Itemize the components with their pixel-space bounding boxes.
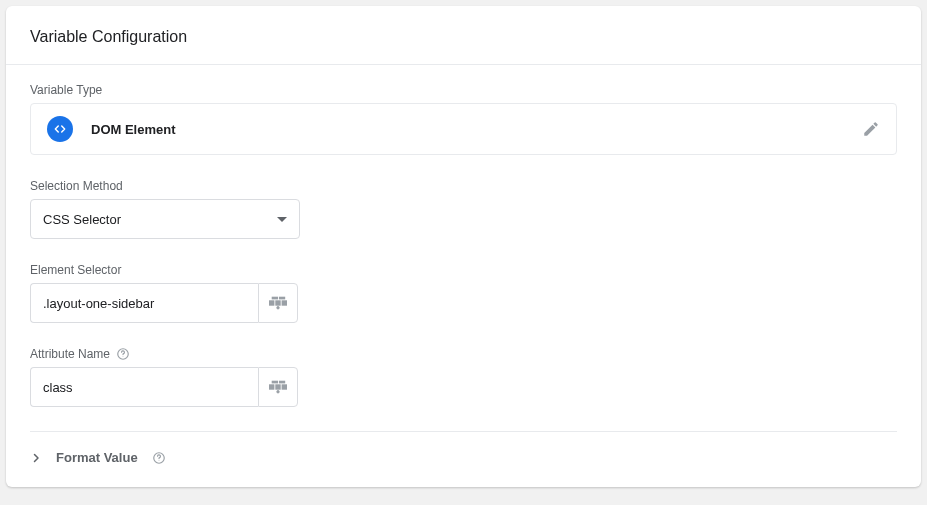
caret-down-icon [277, 217, 287, 222]
element-selector-label: Element Selector [30, 263, 897, 277]
variable-configuration-card: Variable Configuration Variable Type DOM… [6, 6, 921, 487]
svg-rect-13 [279, 381, 285, 384]
selection-method-value: CSS Selector [43, 212, 121, 227]
svg-point-8 [123, 356, 124, 357]
svg-rect-4 [279, 297, 285, 300]
svg-rect-11 [282, 384, 287, 389]
format-value-label: Format Value [56, 450, 138, 465]
svg-rect-1 [275, 300, 280, 305]
variable-type-name: DOM Element [91, 122, 862, 137]
brick-plus-icon [269, 296, 287, 310]
variable-type-label: Variable Type [30, 83, 897, 97]
help-icon[interactable] [116, 347, 130, 361]
card-title: Variable Configuration [30, 28, 897, 46]
svg-rect-3 [272, 297, 278, 300]
svg-point-17 [158, 460, 159, 461]
selection-method-label: Selection Method [30, 179, 897, 193]
brick-plus-icon [269, 380, 287, 394]
svg-rect-12 [272, 381, 278, 384]
attribute-name-label-text: Attribute Name [30, 347, 110, 361]
pencil-icon[interactable] [862, 120, 880, 138]
format-value-expander[interactable]: Format Value [6, 432, 921, 487]
selection-method-select[interactable]: CSS Selector [30, 199, 300, 239]
svg-rect-0 [269, 300, 274, 305]
element-selector-variable-button[interactable] [258, 283, 298, 323]
help-icon[interactable] [152, 451, 166, 465]
svg-rect-2 [282, 300, 287, 305]
attribute-name-input[interactable] [30, 367, 258, 407]
card-body: Variable Type DOM Element Selection Meth… [6, 65, 921, 432]
svg-rect-15 [276, 391, 279, 393]
code-icon [47, 116, 73, 142]
element-selector-input[interactable] [30, 283, 258, 323]
svg-rect-9 [269, 384, 274, 389]
card-header: Variable Configuration [6, 6, 921, 65]
svg-rect-6 [276, 307, 279, 309]
attribute-name-label: Attribute Name [30, 347, 897, 361]
attribute-name-variable-button[interactable] [258, 367, 298, 407]
chevron-right-icon [30, 452, 42, 464]
svg-rect-10 [275, 384, 280, 389]
variable-type-row[interactable]: DOM Element [30, 103, 897, 155]
